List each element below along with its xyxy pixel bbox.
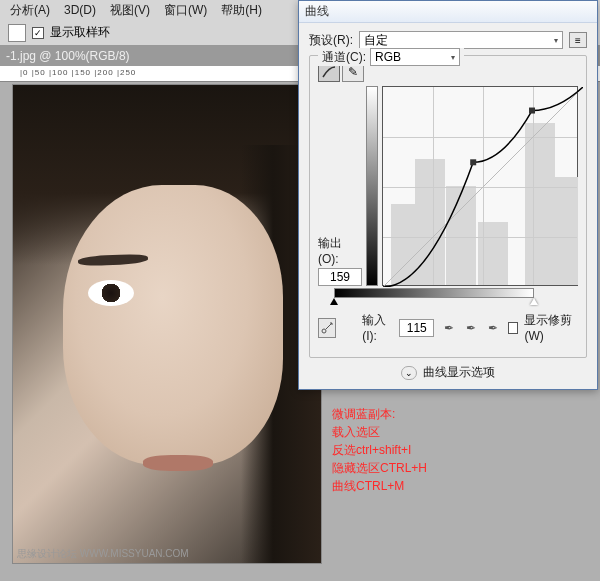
- input-gradient: [334, 288, 534, 298]
- output-field[interactable]: 159: [318, 268, 362, 286]
- gray-eyedropper[interactable]: ✒: [462, 319, 480, 337]
- show-ring-label: 显示取样环: [50, 24, 110, 41]
- disclosure-toggle[interactable]: ⌄: [401, 366, 417, 380]
- input-label: 输入(I):: [362, 312, 393, 343]
- dialog-titlebar[interactable]: 曲线: [299, 1, 597, 23]
- black-eyedropper[interactable]: ✒: [440, 319, 458, 337]
- anno-line: 反选ctrl+shift+I: [332, 441, 427, 459]
- preset-combo[interactable]: 自定▾: [359, 31, 563, 49]
- sample-swatch[interactable]: [8, 24, 26, 42]
- chevron-down-icon: ▾: [451, 53, 455, 62]
- annotation-text: 微调蓝副本: 载入选区 反选ctrl+shift+I 隐藏选区CTRL+H 曲线…: [332, 405, 427, 495]
- target-adjust-tool[interactable]: [318, 318, 336, 338]
- chevron-down-icon: ▾: [554, 36, 558, 45]
- channel-value: RGB: [375, 50, 401, 64]
- curve-graph[interactable]: [382, 86, 578, 286]
- output-gradient: [366, 86, 378, 286]
- curves-dialog: 曲线 预设(R): 自定▾ ≡ 通道(C): RGB▾ ✎ 输出(O): 159: [298, 0, 598, 390]
- menu-view[interactable]: 视图(V): [104, 2, 156, 19]
- svg-rect-2: [529, 108, 535, 114]
- input-slider[interactable]: [334, 298, 534, 306]
- dialog-title: 曲线: [305, 3, 329, 20]
- show-ring-checkbox[interactable]: ✓: [32, 27, 44, 39]
- svg-point-3: [322, 329, 326, 333]
- input-field[interactable]: 115: [399, 319, 434, 337]
- white-point-handle[interactable]: [530, 298, 538, 305]
- channel-label: 通道(C):: [322, 49, 366, 66]
- anno-line: 曲线CTRL+M: [332, 477, 427, 495]
- photo: 思缘设计论坛 WWW.MISSYUAN.COM: [13, 85, 321, 563]
- white-eyedropper[interactable]: ✒: [484, 319, 502, 337]
- preset-value: 自定: [364, 32, 388, 49]
- canvas[interactable]: 思缘设计论坛 WWW.MISSYUAN.COM: [12, 84, 322, 564]
- menu-window[interactable]: 窗口(W): [158, 2, 213, 19]
- svg-rect-1: [470, 159, 476, 165]
- menu-help[interactable]: 帮助(H): [215, 2, 268, 19]
- menu-3d[interactable]: 3D(D): [58, 3, 102, 17]
- channel-group: 通道(C): RGB▾ ✎ 输出(O): 159: [309, 55, 587, 358]
- document-tab[interactable]: -1.jpg @ 100%(RGB/8): [6, 49, 130, 63]
- anno-line: 载入选区: [332, 423, 427, 441]
- show-clipping-label: 显示修剪(W): [524, 312, 578, 343]
- anno-line: 微调蓝副本:: [332, 405, 427, 423]
- watermark: 思缘设计论坛 WWW.MISSYUAN.COM: [17, 547, 189, 561]
- anno-line: 隐藏选区CTRL+H: [332, 459, 427, 477]
- menu-analyze[interactable]: 分析(A): [4, 2, 56, 19]
- preset-label: 预设(R):: [309, 32, 353, 49]
- show-clipping-checkbox[interactable]: [508, 322, 518, 334]
- channel-combo[interactable]: RGB▾: [370, 48, 460, 66]
- preset-menu-button[interactable]: ≡: [569, 32, 587, 48]
- output-label: 输出(O):: [318, 235, 362, 266]
- disclosure-label: 曲线显示选项: [423, 364, 495, 381]
- black-point-handle[interactable]: [330, 298, 338, 305]
